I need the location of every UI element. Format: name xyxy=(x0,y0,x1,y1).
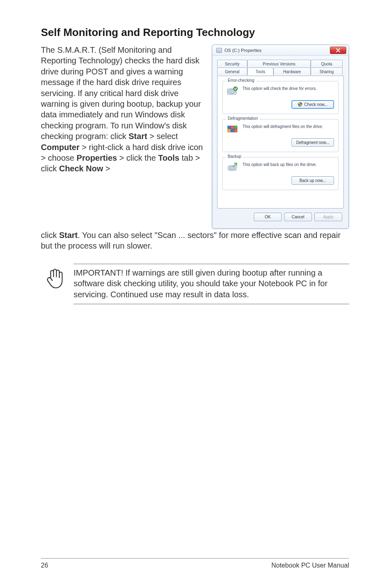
tab-previous-versions[interactable]: Previous Versions xyxy=(247,60,311,67)
drive-icon xyxy=(216,48,222,53)
svg-rect-4 xyxy=(231,126,234,129)
titlebar-left: OS (C:) Properties xyxy=(216,48,261,53)
ok-button[interactable]: OK xyxy=(254,213,282,221)
svg-rect-5 xyxy=(234,126,237,129)
tab-quota[interactable]: Quota xyxy=(311,60,343,67)
group-backup: Backup This option will back up files on… xyxy=(222,157,338,190)
backup-now-button[interactable]: Back up now... xyxy=(291,176,334,185)
kw-checknow: Check Now xyxy=(59,164,103,173)
cancel-button[interactable]: Cancel xyxy=(284,213,312,221)
tab-tools[interactable]: Tools xyxy=(247,67,273,75)
note-text: IMPORTANT! If warnings are still given d… xyxy=(74,267,349,300)
kw-tools: Tools xyxy=(158,153,179,162)
group-error-checking: Error-checking This option will check th… xyxy=(222,81,338,114)
kw-start: Start xyxy=(129,132,148,141)
page-footer: 26 Notebook PC User Manual xyxy=(41,558,349,569)
defragment-now-button[interactable]: Defragment now... xyxy=(291,138,334,147)
para-text: > click the xyxy=(117,153,158,162)
important-note: IMPORTANT! If warnings are still given d… xyxy=(41,264,349,304)
section-heading: Self Monitoring and Reporting Technology xyxy=(41,26,349,39)
footer-title: Notebook PC User Manual xyxy=(271,562,349,569)
svg-point-2 xyxy=(233,87,238,91)
tab-security[interactable]: Security xyxy=(217,60,247,67)
check-now-label: Check now... xyxy=(304,102,327,107)
svg-rect-7 xyxy=(231,129,234,132)
dialog-title: OS (C:) Properties xyxy=(224,48,261,53)
dialog-bottom-buttons: OK Cancel Apply xyxy=(217,209,344,224)
kw-properties: Properties xyxy=(76,153,117,162)
dialog-titlebar: OS (C:) Properties xyxy=(212,45,349,56)
body-paragraph-continued: click Start. You can also select "Scan .… xyxy=(41,230,349,251)
para-text: The S.M.A.R.T. (Self Monitoring and Repo… xyxy=(41,45,201,141)
svg-rect-3 xyxy=(228,126,231,129)
tab-general[interactable]: General xyxy=(217,67,247,75)
cont-text: click xyxy=(41,231,59,240)
body-paragraph-left: The S.M.A.R.T. (Self Monitoring and Repo… xyxy=(41,45,204,174)
page-number: 26 xyxy=(41,562,48,569)
svg-rect-6 xyxy=(228,129,231,132)
defrag-icon xyxy=(227,124,238,134)
hand-icon xyxy=(45,264,65,304)
svg-point-10 xyxy=(229,166,235,170)
backup-icon xyxy=(227,162,238,172)
defragment-now-label: Defragment now... xyxy=(296,140,329,145)
tab-sharing[interactable]: Sharing xyxy=(311,67,343,75)
error-desc: This option will check the drive for err… xyxy=(242,86,334,91)
kw-computer: Computer xyxy=(41,143,79,152)
backup-desc: This option will back up files on the dr… xyxy=(242,162,334,167)
shield-icon xyxy=(298,102,303,108)
close-button[interactable] xyxy=(330,47,346,54)
svg-rect-8 xyxy=(234,129,237,132)
apply-button[interactable]: Apply xyxy=(314,213,342,221)
kw-start2: Start xyxy=(59,231,78,240)
defrag-desc: This option will defragment files on the… xyxy=(242,124,334,129)
properties-dialog: OS (C:) Properties Security Previous Ver… xyxy=(212,45,349,229)
group-defragmentation: Defragmentation This option will defragm… xyxy=(222,119,338,152)
backup-now-label: Back up now... xyxy=(299,178,326,183)
tab-panel: Error-checking This option will check th… xyxy=(217,76,344,209)
check-now-button[interactable]: Check now... xyxy=(291,100,334,109)
cont-text: . You can also select "Scan ... sectors"… xyxy=(41,231,341,250)
error-check-icon xyxy=(227,86,238,96)
group-label-defrag: Defragmentation xyxy=(226,116,260,121)
para-text: > xyxy=(103,164,110,173)
group-label-backup: Backup xyxy=(226,154,243,159)
tab-hardware[interactable]: Hardware xyxy=(273,67,311,75)
para-text: > select xyxy=(147,132,178,141)
close-x-icon xyxy=(336,48,340,52)
tab-strip: Security Previous Versions Quota General… xyxy=(217,60,344,76)
group-label-error: Error-checking xyxy=(226,78,256,83)
